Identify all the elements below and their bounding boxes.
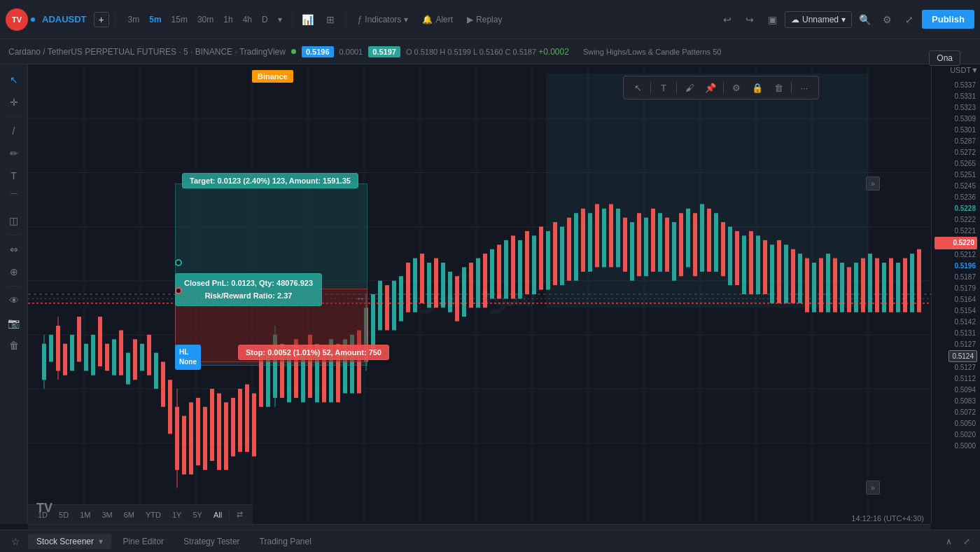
tf-4h[interactable]: 4h <box>239 13 256 27</box>
bottom-toolbar: ☆ Stock Screener ▾ Pine Editor Strategy … <box>0 530 980 552</box>
dt-cursor-icon[interactable]: ↖ <box>629 79 646 96</box>
period-5d[interactable]: 5D <box>55 509 73 520</box>
period-all[interactable]: All <box>209 509 226 520</box>
price-20: 0.5142 <box>934 317 977 328</box>
period-1y[interactable]: 1Y <box>168 509 186 520</box>
svg-rect-149 <box>882 263 886 312</box>
stop-box[interactable]: Stop: 0.0052 (1.01%) 52, Amount: 750 <box>238 345 389 360</box>
trend-line-tool[interactable]: / <box>4 121 24 141</box>
bottom-collapse-button[interactable]: ∧ <box>941 534 956 549</box>
expand-bottom-right-button[interactable]: » <box>866 481 880 495</box>
expand-right-button[interactable]: » <box>866 177 880 191</box>
alert-button[interactable]: 🔔 Alert <box>416 12 458 27</box>
svg-rect-134 <box>777 240 781 303</box>
svg-rect-34 <box>98 317 102 366</box>
svg-rect-111 <box>616 209 620 268</box>
magnet-tool[interactable]: ⊕ <box>4 262 24 282</box>
tf-1h[interactable]: 1h <box>219 13 237 27</box>
svg-rect-127 <box>728 227 732 286</box>
trash-tool[interactable]: 🗑 <box>4 336 24 355</box>
replay-button[interactable]: ▶ Replay <box>461 12 507 27</box>
currency-label[interactable]: USDT▼ <box>950 66 979 74</box>
measure-tool[interactable]: ⇔ <box>4 240 24 259</box>
closed-pnl-box[interactable]: Closed PnL: 0.0123, Qty: 48076.923 Risk/… <box>175 273 322 306</box>
text-tool[interactable]: T <box>4 166 24 186</box>
price-29: 0.5020 <box>934 429 977 441</box>
period-ytd[interactable]: YTD <box>141 509 165 520</box>
settings-button[interactable]: ⚙ <box>877 10 897 29</box>
svg-rect-79 <box>392 281 396 331</box>
stop-point <box>175 287 182 294</box>
live-dot <box>291 49 296 54</box>
layout-icon-button[interactable]: ▣ <box>762 10 782 29</box>
redo-button[interactable]: ↪ <box>740 10 760 29</box>
time-display: 14:12:16 (UTC+4:30) <box>851 514 924 523</box>
price-13: 0.5221 <box>934 226 977 237</box>
dt-text-icon[interactable]: T <box>655 79 672 96</box>
svg-rect-44 <box>168 380 172 434</box>
pen-tool[interactable]: ✏ <box>4 144 24 163</box>
cursor-tool[interactable]: ↖ <box>4 70 24 90</box>
svg-rect-37 <box>119 330 123 375</box>
tf-3m[interactable]: 3m <box>124 13 144 27</box>
crosshair-tool[interactable]: ✛ <box>4 92 24 112</box>
dt-marker-icon[interactable]: 📌 <box>702 79 719 96</box>
period-3m[interactable]: 3M <box>97 509 116 520</box>
resize-handle[interactable]: ↔ <box>356 293 365 304</box>
entry-point <box>175 259 182 266</box>
fullscreen-button[interactable]: ⤢ <box>899 10 919 29</box>
fibonacci-tool[interactable]: ⌒ <box>4 188 24 208</box>
unnamed-button[interactable]: ☁ Unnamed ▾ <box>785 11 852 28</box>
dt-more-icon[interactable]: ··· <box>796 79 813 96</box>
svg-rect-109 <box>602 209 606 268</box>
period-6m[interactable]: 6M <box>120 509 139 520</box>
dt-settings-icon[interactable]: ⚙ <box>728 79 745 96</box>
bottom-tab-stock-screener[interactable]: Stock Screener ▾ <box>28 534 111 549</box>
camera-tool[interactable]: 📷 <box>4 313 24 333</box>
compare-button[interactable]: ⇄ <box>232 509 247 520</box>
svg-rect-121 <box>686 209 690 268</box>
ohlc-info: O 0.5180 H 0.5199 L 0.5160 C 0.5187 +0.0… <box>406 47 569 57</box>
period-5y[interactable]: 5Y <box>188 509 206 520</box>
dt-trash-icon[interactable]: 🗑 <box>770 79 787 96</box>
shapes-tool[interactable]: ◫ <box>4 211 24 230</box>
tf-dropdown[interactable]: ▾ <box>274 13 286 27</box>
search-button[interactable]: 🔍 <box>855 10 874 29</box>
indicators-button[interactable]: ƒ Indicators ▾ <box>352 12 414 27</box>
layout-button[interactable]: ⊞ <box>321 10 340 29</box>
publish-button[interactable]: Publish <box>922 10 974 29</box>
star-button[interactable]: ☆ <box>6 532 25 551</box>
bottom-tab-pine-editor[interactable]: Pine Editor <box>114 534 172 549</box>
bottom-tab-strategy-tester[interactable]: Strategy Tester <box>175 534 248 549</box>
svg-rect-97 <box>518 240 522 299</box>
target-box[interactable]: Target: 0.0123 (2.40%) 123, Amount: 1591… <box>182 173 358 188</box>
binance-tag[interactable]: Binance <box>252 70 293 83</box>
svg-rect-115 <box>644 218 648 277</box>
tf-5m[interactable]: 5m <box>145 13 165 27</box>
bottom-tab-trading-panel[interactable]: Trading Panel <box>251 534 320 549</box>
svg-rect-100 <box>539 227 543 290</box>
price-badge: 0.5196 <box>302 46 334 57</box>
hl-none-box[interactable]: HL None <box>175 345 201 370</box>
period-1m[interactable]: 1M <box>76 509 94 520</box>
svg-rect-146 <box>861 258 865 312</box>
symbol-selector[interactable]: ADAUSDT <box>38 11 91 27</box>
chart-type-button[interactable]: 📊 <box>298 10 318 29</box>
svg-rect-50 <box>203 407 207 470</box>
add-symbol-button[interactable]: + <box>94 12 109 27</box>
bottom-expand-button[interactable]: ⤢ <box>959 534 974 549</box>
tradingview-logo[interactable]: TV <box>6 8 28 31</box>
eye-tool[interactable]: 👁 <box>4 291 24 310</box>
tf-d[interactable]: D <box>258 13 272 27</box>
svg-rect-77 <box>378 281 382 331</box>
svg-rect-36 <box>112 339 116 375</box>
dt-brush-icon[interactable]: 🖌 <box>681 79 698 96</box>
price-2: 0.5323 <box>934 102 977 113</box>
undo-button[interactable]: ↩ <box>718 10 737 29</box>
dt-lock-icon[interactable]: 🔒 <box>749 79 766 96</box>
price-12: 0.5222 <box>934 214 977 226</box>
svg-rect-101 <box>546 231 550 290</box>
tf-30m[interactable]: 30m <box>193 13 218 27</box>
tf-15m[interactable]: 15m <box>167 13 192 27</box>
svg-rect-89 <box>462 267 466 317</box>
